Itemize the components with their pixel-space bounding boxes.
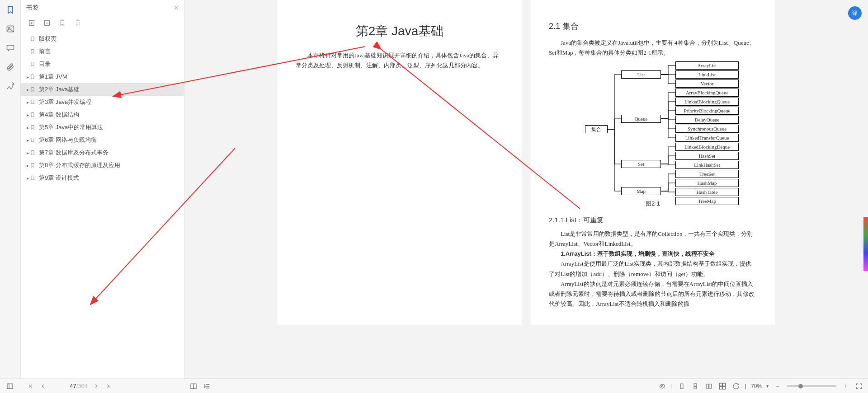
attachment-rail-icon[interactable] <box>5 61 16 72</box>
bookmark-item[interactable]: ▸第8章 分布式缓存的原理及应用 <box>21 159 184 172</box>
single-page-icon[interactable] <box>677 382 686 391</box>
panel-title: 书签 <box>26 4 39 12</box>
svg-rect-70 <box>709 384 711 388</box>
bookmark-outline-icon[interactable] <box>73 19 82 27</box>
outdent-icon[interactable] <box>203 382 212 391</box>
caret-icon: ▸ <box>25 112 30 117</box>
chapter-title: 第2章 Java基础 <box>296 23 504 40</box>
bookmark-item[interactable]: ▸前言 <box>21 45 184 58</box>
caret-icon: ▸ <box>25 138 30 143</box>
caret-icon: ▸ <box>25 125 30 130</box>
bookmark-icon <box>30 175 36 181</box>
fullscreen-icon[interactable] <box>854 382 863 391</box>
separator: | <box>745 383 746 389</box>
svg-point-65 <box>661 385 663 387</box>
para3: ArrayList是使用最广泛的List实现类，其内部数据结构基于数组实现，提供… <box>549 259 757 279</box>
status-bar: | | 70% ▾ − + <box>184 379 868 393</box>
intro-text: 本章将针对常用的Java基础知识展开详细的介绍，具体包含Java的集合、异常分类… <box>296 51 504 70</box>
bookmark-label: 第1章 JVM <box>39 73 67 81</box>
panel-toggle-icon[interactable] <box>5 382 14 391</box>
bookmark-icon <box>30 36 36 42</box>
bookmarks-rail-icon[interactable] <box>5 5 16 15</box>
two-cont-icon[interactable] <box>718 382 727 391</box>
bookmark-label: 第4章 数据结构 <box>39 111 79 119</box>
bookmark-item[interactable]: ▸第1章 JVM <box>21 70 184 83</box>
section-title: 2.1 集合 <box>549 21 757 32</box>
bookmark-item[interactable]: ▸第4章 数据结构 <box>21 108 184 121</box>
figure-2-1: 集合ListQueueSetMapArrayListLinkListVector… <box>549 61 757 197</box>
bookmark-label: 第9章 设计模式 <box>39 174 79 182</box>
caret-icon: ▸ <box>25 87 30 92</box>
bookmark-label: 第7章 数据库及分布式事务 <box>39 149 108 157</box>
document-viewport[interactable]: 第2章 Java基础 本章将针对常用的Java基础知识展开详细的介绍，具体包含J… <box>184 0 868 393</box>
para2: List是非常常用的数据类型，是有序的Collection，一共有三个实现类，分… <box>549 229 757 249</box>
two-page-icon[interactable] <box>704 382 713 391</box>
caret-icon: ▸ <box>25 163 30 168</box>
svg-rect-2 <box>7 45 14 50</box>
caret-icon: ▸ <box>25 75 30 80</box>
close-icon[interactable]: × <box>174 3 179 13</box>
bookmark-label: 第6章 网络与负载均衡 <box>39 136 97 144</box>
svg-rect-69 <box>706 384 708 388</box>
svg-rect-68 <box>694 386 697 388</box>
bookmark-icon <box>30 48 36 55</box>
page-left: 第2章 Java基础 本章将针对常用的Java基础知识展开详细的介绍，具体包含J… <box>278 0 522 325</box>
bookmark-icon <box>30 124 36 131</box>
subsection-title: 2.1.1 List：可重复 <box>549 216 757 225</box>
comment-rail-icon[interactable] <box>5 42 16 53</box>
tool-rail <box>0 0 21 393</box>
continuous-icon[interactable] <box>691 382 700 391</box>
translate-button[interactable]: 译 <box>848 6 862 20</box>
svg-rect-73 <box>719 386 722 389</box>
bookmark-item[interactable]: ▸目录 <box>21 58 184 70</box>
zoom-label: 70% <box>751 383 762 389</box>
rotate-icon[interactable] <box>731 382 741 391</box>
next-page-icon[interactable] <box>92 382 100 390</box>
bookmark-label: 前言 <box>39 47 51 56</box>
image-rail-icon[interactable] <box>5 23 16 34</box>
svg-rect-71 <box>719 383 722 386</box>
bookmark-label: 第3章 Java并发编程 <box>39 98 91 106</box>
first-page-icon[interactable] <box>26 382 34 390</box>
sign-rail-icon[interactable] <box>5 80 16 91</box>
zoom-in-icon[interactable]: + <box>841 382 850 391</box>
bookmark-icon <box>30 61 36 67</box>
bookmark-item[interactable]: ▸第2章 Java基础 <box>21 83 184 96</box>
page-indicator[interactable]: 47/364 <box>52 383 88 389</box>
svg-rect-74 <box>723 386 726 389</box>
add-bookmark-icon[interactable] <box>58 19 67 27</box>
svg-rect-66 <box>680 384 683 388</box>
bookmark-label: 目录 <box>39 60 51 68</box>
svg-rect-67 <box>694 384 697 386</box>
caret-icon: ▸ <box>25 176 30 181</box>
eye-icon[interactable] <box>658 382 667 391</box>
bookmarks-panel: 书签 × ▸版权页▸前言▸目录▸第1章 JVM▸第2章 Java基础▸第3章 J… <box>21 0 184 393</box>
bookmark-icon <box>30 150 36 156</box>
bookmark-item[interactable]: ▸第6章 网络与负载均衡 <box>21 134 184 146</box>
chevron-down-icon[interactable]: ▾ <box>766 384 769 388</box>
page-right: 2.1 集合 Java的集合类被定义在Java.util包中，主要有 4种集合，… <box>531 0 775 325</box>
prev-page-icon[interactable] <box>39 382 47 390</box>
bookmark-item[interactable]: ▸第3章 Java并发编程 <box>21 96 184 108</box>
last-page-icon[interactable] <box>105 382 113 390</box>
para4: ArrayList的缺点是对元素必须连续存储，当需要在ArrayList的中间位… <box>549 279 757 309</box>
reflow-icon[interactable] <box>189 382 198 391</box>
scrollbar-thumb[interactable] <box>863 217 868 271</box>
caret-icon: ▸ <box>25 100 30 105</box>
zoom-out-icon[interactable]: − <box>773 382 782 391</box>
zoom-slider[interactable] <box>787 385 836 387</box>
bookmark-icon <box>30 86 36 93</box>
bookmark-item[interactable]: ▸版权页 <box>21 33 184 45</box>
bookmark-label: 第5章 Java中的常用算法 <box>39 123 103 131</box>
bookmark-icon <box>30 74 36 80</box>
bookmark-list: ▸版权页▸前言▸目录▸第1章 JVM▸第2章 Java基础▸第3章 Java并发… <box>21 31 184 393</box>
collapse-all-icon[interactable] <box>42 19 52 27</box>
bookmark-label: 版权页 <box>39 35 57 43</box>
bookmark-icon <box>30 112 36 118</box>
bookmark-item[interactable]: ▸第9章 设计模式 <box>21 172 184 184</box>
bookmark-item[interactable]: ▸第7章 数据库及分布式事务 <box>21 146 184 159</box>
bookmark-item[interactable]: ▸第5章 Java中的常用算法 <box>21 121 184 134</box>
bold1: 1.ArrayList：基于数组实现，增删慢，查询快，线程不安全 <box>549 249 757 259</box>
bookmark-icon <box>30 162 36 168</box>
expand-all-icon[interactable] <box>27 19 36 27</box>
